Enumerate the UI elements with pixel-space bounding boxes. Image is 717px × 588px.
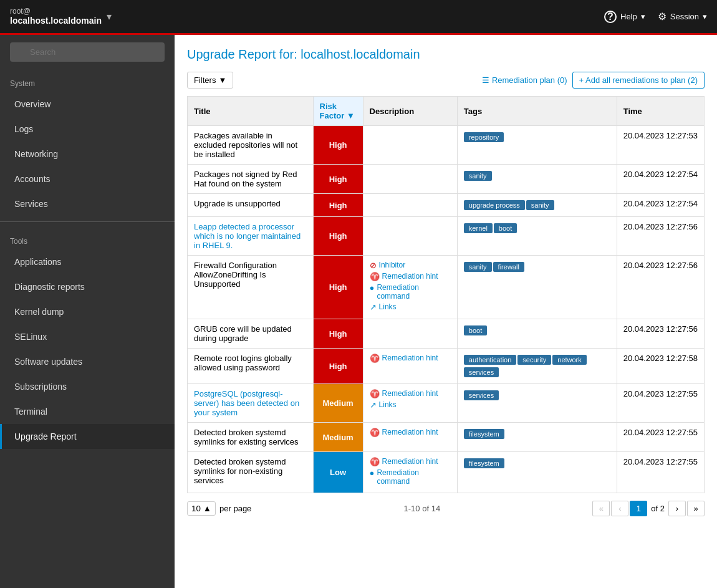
tag-badge: services [464,367,499,377]
cell-description: ♈Remediation hint [363,423,457,452]
cmd-icon: ● [370,468,375,478]
risk-badge: High [314,280,363,294]
sidebar-item-networking[interactable]: Networking [0,142,175,166]
sidebar-item-upgrade-report[interactable]: Upgrade Report [0,424,175,449]
first-page-button[interactable]: « [592,501,610,516]
cell-description: ♈Remediation hint↗Links [363,384,457,423]
page-title: Upgrade Report for: localhost.localdomai… [187,47,705,62]
table-head: Title RiskFactor ▼ Description Tags Time [188,97,705,126]
prev-page-button[interactable]: ‹ [611,501,628,516]
table-row: Packages available in excluded repositor… [188,126,705,165]
per-page-button[interactable]: 10 ▲ [187,501,216,516]
remediation-plan-label: Remediation plan (0) [492,75,567,85]
description-item[interactable]: ●Remediation command [370,468,451,486]
description-item[interactable]: ●Remediation command [370,283,451,301]
session-gear-icon: ⚙ [658,11,666,22]
description-item[interactable]: ♈Remediation hint [370,428,451,437]
table-row: Detected broken systemd symlinks for exi… [188,423,705,452]
desc-text: Remediation hint [382,428,438,436]
table-row: Leapp detected a processor which is no l… [188,217,705,256]
sidebar-item-kernel-dump[interactable]: Kernel dump [0,299,175,324]
sidebar-item-services[interactable]: Services [0,191,175,216]
description-item[interactable]: ♈Remediation hint [370,389,451,398]
hint-icon: ♈ [370,389,380,398]
cell-title: Firewalld Configuration AllowZoneDriftin… [188,256,314,319]
cell-description [363,126,457,165]
page-1-button[interactable]: 1 [630,501,647,516]
link-icon: ↗ [370,302,377,312]
description-item[interactable]: ♈Remediation hint [370,457,451,466]
desc-text: Remediation command [377,468,450,486]
filters-button[interactable]: Filters ▼ [187,72,233,89]
cell-risk: High [313,256,363,319]
cell-tags: repository [457,126,617,165]
inhibitor-icon: ⊘ [370,261,377,270]
sidebar-item-overview[interactable]: Overview [0,92,175,117]
last-page-button[interactable]: » [687,501,705,516]
description-item[interactable]: ↗Links [370,302,451,312]
tag-badge: filesystem [464,458,504,468]
hint-icon: ♈ [370,354,380,363]
desc-text: Remediation command [377,283,450,301]
cell-risk: Medium [313,423,363,452]
cell-description [363,165,457,194]
title-link[interactable]: PostgreSQL (postgresql-server) has been … [194,389,299,417]
cell-tags: authenticationsecuritynetworkservices [457,349,617,384]
table-row: Upgrade is unsupportedHighupgrade proces… [188,194,705,217]
cell-time: 20.04.2023 12:27:54 [617,194,704,217]
search-input[interactable] [10,42,165,62]
col-risk-factor[interactable]: RiskFactor ▼ [313,97,363,126]
next-page-button[interactable]: › [668,501,686,516]
cell-tags: kernelboot [457,217,617,256]
help-button[interactable]: ? Help ▾ [604,11,645,23]
sidebar-item-selinux[interactable]: SELinux [0,324,175,349]
title-link[interactable]: Leapp detected a processor which is no l… [194,222,301,250]
sidebar-item-software-updates[interactable]: Software updates [0,349,175,374]
session-button[interactable]: ⚙ Session ▾ [658,11,707,22]
sidebar-divider [0,221,175,222]
system-section-label: System [0,69,175,92]
cell-tags: services [457,384,617,423]
description-item[interactable]: ♈Remediation hint [370,272,451,281]
sidebar-item-subscriptions[interactable]: Subscriptions [0,374,175,399]
tag-badge: authentication [464,355,517,365]
tag-badge: filesystem [464,429,504,439]
sidebar-item-applications[interactable]: Applications [0,249,175,274]
cell-risk: High [313,194,363,217]
cell-time: 20.04.2023 12:27:55 [617,452,704,493]
cell-title: Packages not signed by Red Hat found on … [188,165,314,194]
description-item[interactable]: ⊘Inhibitor [370,261,451,270]
cell-time: 20.04.2023 12:27:56 [617,217,704,256]
tag-badge: upgrade process [464,200,525,210]
filter-icon: ▼ [218,75,226,85]
risk-badge: High [314,229,363,243]
description-item[interactable]: ↗Links [370,400,451,410]
cell-description: ♈Remediation hint [363,349,457,384]
per-page-label: per page [219,504,251,513]
sidebar-item-terminal[interactable]: Terminal [0,399,175,424]
cell-tags: upgrade processsanity [457,194,617,217]
description-item[interactable]: ♈Remediation hint [370,354,451,363]
toolbar-left: Filters ▼ [187,72,233,89]
search-wrapper: 🔍 [10,42,165,62]
sidebar: 🔍 System Overview Logs Networking Accoun… [0,35,175,588]
sidebar-item-diagnostic-reports[interactable]: Diagnostic reports [0,274,175,299]
cell-description: ⊘Inhibitor♈Remediation hint●Remediation … [363,256,457,319]
table-row: Detected broken systemd symlinks for non… [188,452,705,493]
cell-tags: sanity [457,165,617,194]
cell-risk: Low [313,452,363,493]
remediation-plan-link[interactable]: ☰ Remediation plan (0) [482,75,567,85]
host-chevron-icon[interactable]: ▾ [107,11,112,22]
tag-badge: security [517,355,551,365]
sidebar-item-logs[interactable]: Logs [0,117,175,142]
sidebar-item-accounts[interactable]: Accounts [0,166,175,191]
tag-badge: sanity [526,200,554,210]
cell-time: 20.04.2023 12:27:58 [617,349,704,384]
page-title-host: localhost.localdomain [301,47,420,61]
cell-time: 20.04.2023 12:27:56 [617,256,704,319]
add-all-remediations-button[interactable]: + Add all remediations to plan (2) [572,72,705,89]
cell-description: ♈Remediation hint●Remediation command [363,452,457,493]
filter-label: Filters [194,75,216,85]
sort-icon: ▼ [347,111,355,120]
cell-time: 20.04.2023 12:27:55 [617,423,704,452]
